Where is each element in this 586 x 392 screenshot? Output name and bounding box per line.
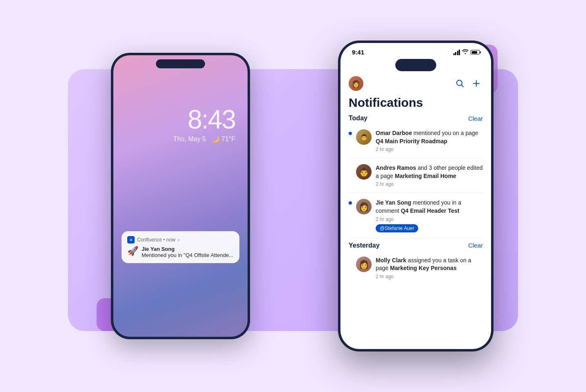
avatar-andres: 👨 xyxy=(356,164,372,180)
status-time: 9:41 xyxy=(352,49,364,56)
signal-icon xyxy=(453,50,460,55)
notif-text: Andres Ramos and 3 other people edited a… xyxy=(376,164,483,180)
header-actions xyxy=(453,77,483,90)
notif-time: 2 hr ago xyxy=(376,274,483,279)
lock-notif-chevron: › xyxy=(178,237,180,243)
lock-notif-body: 🚀 Jie Yan Song Mentioned you in "Q4 Offs… xyxy=(127,246,234,258)
page-title: Notifications xyxy=(340,94,491,115)
notif-time: 2 hr ago xyxy=(376,146,483,152)
confluence-icon: ✕ xyxy=(127,236,135,243)
avatar-molly: 👩 xyxy=(356,257,372,272)
app-header: 👩 xyxy=(340,71,491,94)
lock-notif-header: ✕ Confluence • now › xyxy=(127,236,234,243)
add-button[interactable] xyxy=(470,77,483,90)
notch-back xyxy=(156,59,205,68)
lock-screen: 8:43 Thu, May 5 🌙 71°F ✕ Confluence • no… xyxy=(113,55,248,337)
today-label: Today xyxy=(349,115,367,122)
yesterday-label: Yesterday xyxy=(349,242,380,249)
notif-time: 2 hr ago xyxy=(376,181,483,187)
status-icons xyxy=(453,49,480,55)
notif-text: Molly Clark assigned you a task on a pag… xyxy=(376,257,483,273)
phone-front: 9:41 xyxy=(338,41,494,351)
notif-content: Jie Yan Song mentioned you in a comment … xyxy=(376,199,483,232)
notif-text: Jie Yan Song mentioned you in a comment … xyxy=(376,199,483,215)
notif-content: Omar Darboe mentioned you on a page Q4 M… xyxy=(376,129,483,152)
notification-item[interactable]: 👩 Jie Yan Song mentioned you in a commen… xyxy=(340,195,491,236)
lock-notif-emoji: 🚀 xyxy=(127,246,138,257)
notif-content: Andres Ramos and 3 other people edited a… xyxy=(376,164,483,187)
today-clear-button[interactable]: Clear xyxy=(468,115,483,122)
unread-dot xyxy=(349,132,352,135)
notif-time: 2 hr ago xyxy=(376,216,483,222)
notification-item[interactable]: 👩 Molly Clark assigned you a task on a p… xyxy=(340,252,491,284)
search-button[interactable] xyxy=(453,77,467,90)
lock-notif-text: Jie Yan Song Mentioned you in "Q4 Offsit… xyxy=(142,246,233,258)
divider xyxy=(349,238,483,239)
lock-notif-app-label: Confluence • now xyxy=(137,237,176,243)
avatar[interactable]: 👩 xyxy=(349,76,363,91)
mention-tag: @Stefanie Auer xyxy=(376,224,418,232)
notif-content: Molly Clark assigned you a task on a pag… xyxy=(376,257,483,279)
lock-notification-card: ✕ Confluence • now › 🚀 Jie Yan Song Ment… xyxy=(122,231,239,263)
today-section-header: Today Clear xyxy=(340,115,491,125)
status-bar: 9:41 xyxy=(340,43,491,56)
lock-date: Thu, May 5 🌙 71°F xyxy=(173,135,235,143)
battery-icon xyxy=(471,50,480,54)
wifi-icon xyxy=(462,49,469,55)
phone-back: 8:43 Thu, May 5 🌙 71°F ✕ Confluence • no… xyxy=(111,53,250,339)
scene: 8:43 Thu, May 5 🌙 71°F ✕ Confluence • no… xyxy=(47,36,539,356)
notif-text: Omar Darboe mentioned you on a page Q4 M… xyxy=(376,129,483,145)
dynamic-island xyxy=(395,59,436,71)
app-screen: 9:41 xyxy=(340,43,491,349)
avatar-omar: 👨 xyxy=(356,129,372,145)
unread-dot xyxy=(349,201,352,205)
lock-notif-message: Mentioned you in "Q4 Offsite Attende... xyxy=(142,252,233,258)
lock-time: 8:43 xyxy=(187,104,235,135)
yesterday-section-header: Yesterday Clear xyxy=(340,242,491,252)
notification-item[interactable]: 👨 Omar Darboe mentioned you on a page Q4… xyxy=(340,125,491,156)
notification-item[interactable]: 👨 Andres Ramos and 3 other people edited… xyxy=(340,160,491,191)
yesterday-clear-button[interactable]: Clear xyxy=(468,242,483,249)
avatar-jie: 👩 xyxy=(356,199,372,214)
divider xyxy=(349,158,483,158)
divider xyxy=(349,193,483,193)
notifications-list: Today Clear 👨 Omar Darboe mentioned you … xyxy=(340,115,491,349)
